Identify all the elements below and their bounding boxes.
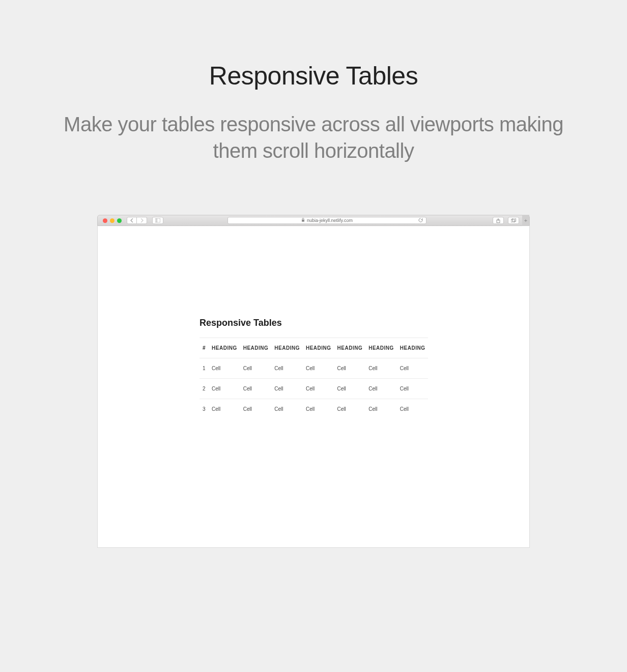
table-cell: Cell	[365, 399, 397, 419]
browser-window: nubia-jekyll.netlify.com + Responsive Ta…	[97, 215, 530, 548]
table-cell: Cell	[271, 379, 303, 399]
forward-button[interactable]	[137, 217, 147, 224]
minimize-window-button[interactable]	[110, 218, 115, 223]
table-cell: Cell	[365, 379, 397, 399]
table-row: 1 Cell Cell Cell Cell Cell Cell Cell	[200, 358, 428, 379]
table-header-row: # HEADING HEADING HEADING HEADING HEADIN…	[200, 338, 428, 358]
table-cell: Cell	[334, 358, 366, 379]
url-text: nubia-jekyll.netlify.com	[307, 218, 353, 223]
table-header: #	[200, 338, 209, 358]
close-window-button[interactable]	[103, 218, 107, 223]
back-button[interactable]	[127, 217, 137, 224]
responsive-table: # HEADING HEADING HEADING HEADING HEADIN…	[200, 338, 428, 419]
table-header: HEADING	[334, 338, 366, 358]
table-cell: Cell	[397, 379, 429, 399]
table-header: HEADING	[271, 338, 303, 358]
browser-toolbar: nubia-jekyll.netlify.com +	[97, 215, 530, 226]
svg-rect-6	[512, 218, 516, 221]
table-cell: Cell	[397, 358, 429, 379]
address-bar[interactable]: nubia-jekyll.netlify.com	[227, 217, 426, 224]
table-cell: Cell	[209, 399, 240, 419]
table-cell: 3	[200, 399, 209, 419]
table-cell: Cell	[365, 358, 397, 379]
browser-viewport: Responsive Tables # HEADING HEADING HEAD…	[97, 226, 530, 548]
table-cell: 2	[200, 379, 209, 399]
table-cell: Cell	[334, 379, 366, 399]
table-cell: Cell	[303, 379, 334, 399]
lock-icon	[301, 218, 305, 223]
table-cell: Cell	[240, 379, 272, 399]
page-content: Responsive Tables # HEADING HEADING HEAD…	[200, 318, 423, 419]
table-cell: Cell	[303, 399, 334, 419]
table-header: HEADING	[209, 338, 240, 358]
table-row: 2 Cell Cell Cell Cell Cell Cell Cell	[200, 379, 428, 399]
table-header: HEADING	[240, 338, 272, 358]
table-cell: Cell	[240, 399, 272, 419]
toolbar-right	[491, 217, 519, 224]
svg-rect-0	[155, 218, 160, 222]
traffic-lights	[103, 218, 122, 223]
content-heading: Responsive Tables	[200, 318, 423, 328]
table-header: HEADING	[365, 338, 397, 358]
table-row: 3 Cell Cell Cell Cell Cell Cell Cell	[200, 399, 428, 419]
svg-rect-2	[302, 220, 304, 222]
table-cell: 1	[200, 358, 209, 379]
share-button[interactable]	[493, 217, 504, 224]
table-header: HEADING	[303, 338, 334, 358]
table-header: HEADING	[397, 338, 429, 358]
table-cell: Cell	[334, 399, 366, 419]
svg-rect-5	[511, 219, 515, 222]
table-cell: Cell	[271, 399, 303, 419]
maximize-window-button[interactable]	[117, 218, 122, 223]
tabs-button[interactable]	[508, 217, 519, 224]
hero-section: Responsive Tables Make your tables respo…	[0, 61, 627, 194]
table-cell: Cell	[209, 379, 240, 399]
new-tab-button[interactable]: +	[522, 215, 529, 226]
hero-title: Responsive Tables	[51, 61, 576, 91]
table-cell: Cell	[397, 399, 429, 419]
sidebar-toggle-button[interactable]	[152, 217, 163, 224]
table-cell: Cell	[240, 358, 272, 379]
table-cell: Cell	[209, 358, 240, 379]
nav-buttons	[127, 217, 147, 224]
table-cell: Cell	[303, 358, 334, 379]
table-cell: Cell	[271, 358, 303, 379]
reload-icon[interactable]	[418, 218, 423, 223]
hero-subtitle: Make your tables responsive across all v…	[51, 111, 576, 164]
